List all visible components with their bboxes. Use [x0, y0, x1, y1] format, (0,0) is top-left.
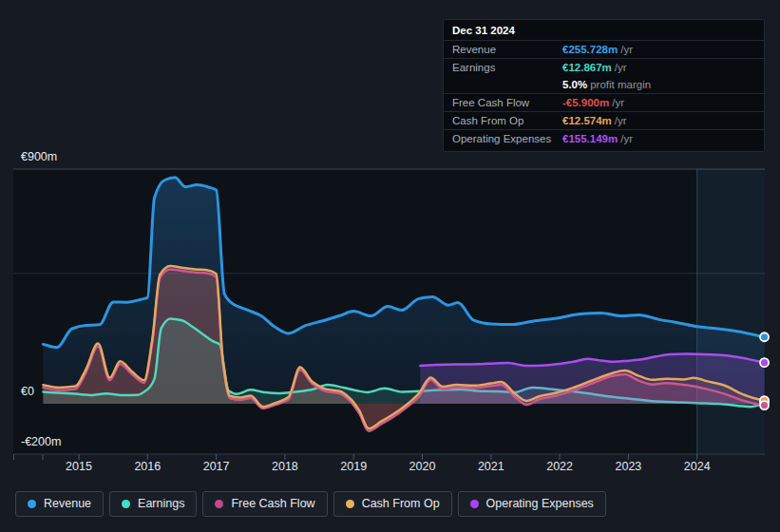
legend-item-revenue[interactable]: Revenue — [15, 491, 104, 517]
tooltip-unit: /yr — [620, 44, 633, 55]
legend-item-free-cash-flow[interactable]: Free Cash Flow — [202, 491, 327, 517]
tooltip-panel: Dec 31 2024 Revenue €255.728m/yr Earning… — [443, 19, 765, 152]
tooltip-row-cash-from-op: Cash From Op €12.574m/yr — [444, 111, 764, 129]
tooltip-row-earnings: Earnings €12.867m/yr — [444, 58, 764, 76]
tooltip-profit-margin-label: profit margin — [590, 79, 651, 90]
legend-label: Operating Expenses — [486, 498, 594, 510]
tooltip-row-operating-expenses: Operating Expenses €155.149m/yr — [444, 129, 764, 147]
financial-history-chart-page: €900m€0-€200m 20152016201720182019202020… — [0, 0, 780, 532]
x-axis-label: 2015 — [48, 460, 109, 473]
tooltip-label: Earnings — [452, 61, 562, 74]
revenue-dot-icon — [28, 500, 36, 508]
tooltip-unit: /yr — [615, 62, 627, 73]
tooltip-row-profit-margin: 5.0%profit margin — [444, 76, 764, 93]
earnings-dot-icon — [122, 500, 130, 508]
x-axis-label: 2022 — [529, 460, 590, 473]
legend-item-cash-from-op[interactable]: Cash From Op — [333, 491, 452, 517]
tooltip-unit: /yr — [612, 97, 624, 108]
tooltip-unit: /yr — [620, 133, 633, 144]
y-axis-label: -€200m — [21, 435, 61, 448]
tooltip-unit: /yr — [615, 115, 627, 126]
x-axis-label: 2019 — [323, 460, 384, 473]
tooltip-value-cash-from-op: €12.574m — [562, 115, 612, 126]
x-axis-label: 2020 — [392, 460, 453, 473]
tooltip-label: Revenue — [452, 43, 562, 56]
tooltip-value-free-cash-flow: -€5.900m — [562, 97, 609, 108]
x-axis-label: 2021 — [461, 460, 522, 473]
x-axis-label: 2023 — [598, 460, 658, 473]
operating-expenses-dot-icon — [470, 500, 479, 508]
tooltip-label: Operating Expenses — [452, 132, 562, 145]
tooltip-label: Cash From Op — [452, 114, 562, 127]
x-axis-label: 2016 — [117, 460, 178, 473]
legend-item-earnings[interactable]: Earnings — [109, 491, 197, 517]
x-axis-label: 2017 — [186, 460, 247, 473]
legend-label: Revenue — [44, 498, 91, 510]
tooltip-value-revenue: €255.728m — [562, 44, 618, 55]
tooltip-value-earnings: €12.867m — [562, 62, 612, 73]
legend-label: Earnings — [138, 498, 184, 510]
legend-label: Cash From Op — [362, 498, 440, 510]
x-axis-label: 2018 — [255, 460, 315, 473]
tooltip-date: Dec 31 2024 — [444, 20, 764, 40]
legend: Revenue Earnings Free Cash Flow Cash Fro… — [15, 491, 606, 517]
tooltip-value-operating-expenses: €155.149m — [562, 133, 618, 144]
plot-hover-region[interactable] — [13, 169, 765, 454]
legend-label: Free Cash Flow — [231, 498, 314, 510]
y-axis-label: €0 — [21, 385, 34, 398]
legend-item-operating-expenses[interactable]: Operating Expenses — [458, 491, 606, 517]
x-axis-label: 2024 — [667, 460, 728, 473]
tooltip-value-profit-margin: 5.0% — [562, 79, 587, 90]
cash-from-op-dot-icon — [346, 500, 354, 508]
y-axis-label: €900m — [21, 150, 57, 163]
tooltip-row-revenue: Revenue €255.728m/yr — [444, 40, 764, 58]
tooltip-row-free-cash-flow: Free Cash Flow -€5.900m/yr — [444, 93, 764, 111]
tooltip-label: Free Cash Flow — [452, 96, 562, 109]
free-cash-flow-dot-icon — [215, 500, 223, 508]
